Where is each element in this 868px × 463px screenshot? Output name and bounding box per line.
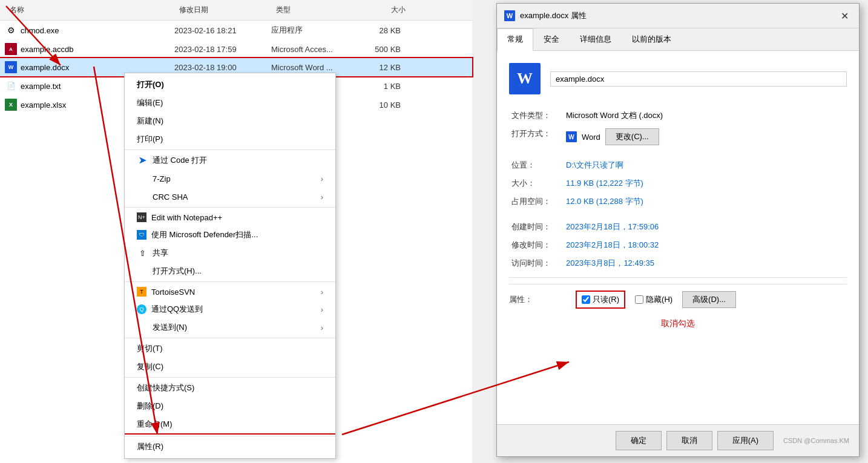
menu-item-label: 打开(O)	[137, 79, 164, 90]
menu-item-label: 重命名(M)	[137, 419, 173, 430]
properties-dialog: W example.docx 属性 ✕ 常规 安全 详细信息 以前的版本 W 文…	[496, 3, 860, 457]
readonly-checkbox[interactable]	[582, 295, 590, 304]
menu-item-label: 新建(N)	[137, 116, 163, 126]
readonly-label[interactable]: 只读(R)	[593, 294, 619, 305]
modified-value: 2023年2月18日，18:00:32	[564, 236, 847, 254]
attributes-label: 属性：	[509, 294, 564, 305]
menu-item-7zip[interactable]: 7-Zip ›	[125, 169, 335, 188]
col-header-date: 修改日期	[174, 2, 271, 18]
menu-item-label: 使用 Microsoft Defender扫描...	[151, 229, 258, 240]
menu-separator	[125, 338, 335, 338]
dialog-footer: 确定 取消 应用(A) CSDN @Commas.KM	[497, 424, 859, 456]
menu-item-crcsha[interactable]: CRC SHA ›	[125, 188, 335, 206]
location-label: 位置：	[509, 156, 564, 174]
menu-item-label: 打开方式(H)...	[153, 266, 202, 277]
qq-icon: Q	[137, 304, 146, 314]
tab-details[interactable]: 详细信息	[570, 28, 622, 50]
close-button[interactable]: ✕	[837, 8, 852, 23]
menu-item-new[interactable]: 新建(N)	[125, 112, 335, 130]
file-size: 500 KB	[357, 42, 406, 56]
accessed-label: 访问时间：	[509, 254, 564, 272]
created-value: 2023年2月18日，17:59:06	[564, 218, 847, 236]
submenu-arrow: ›	[321, 192, 323, 202]
file-type: Microsoft Acces...	[266, 42, 357, 56]
accessed-value: 2023年3月8日，12:49:35	[564, 254, 847, 272]
table-row[interactable]: A example.accdb 2023-02-18 17:59 Microso…	[0, 40, 472, 58]
created-label: 创建时间：	[509, 218, 564, 236]
menu-item-label: 打印(P)	[137, 134, 163, 145]
menu-item-label: 剪切(T)	[137, 343, 163, 354]
ok-button[interactable]: 确定	[616, 431, 662, 450]
menu-item-label: 发送到(N)	[153, 322, 187, 333]
file-size: 28 KB	[357, 24, 406, 38]
change-button[interactable]: 更改(C)...	[605, 128, 659, 145]
dialog-tabs: 常规 安全 详细信息 以前的版本	[497, 28, 859, 51]
apply-button[interactable]: 应用(A)	[717, 431, 774, 450]
menu-item-label: TortoiseSVN	[151, 287, 195, 297]
submenu-arrow: ›	[321, 174, 323, 183]
submenu-arrow: ›	[321, 305, 323, 314]
menu-item-openwith[interactable]: 打开方式(H)...	[125, 262, 335, 280]
file-size: 1 KB	[357, 79, 406, 93]
menu-item-open[interactable]: 打开(O)	[125, 76, 335, 94]
word-icon-large: W	[509, 63, 541, 94]
file-type: 应用程序	[266, 22, 357, 38]
filetype-value: Microsoft Word 文档 (.docx)	[564, 107, 847, 125]
table-row[interactable]: ⚙ chmod.exe 2023-02-16 18:21 应用程序 28 KB	[0, 21, 472, 40]
size-row: 大小： 11.9 KB (12,222 字节)	[509, 174, 847, 192]
hidden-checkbox[interactable]	[635, 295, 643, 304]
dialog-title-icon: W	[504, 10, 515, 21]
menu-item-notepad[interactable]: N+ Edit with Notepad++	[125, 209, 335, 226]
modified-label: 修改时间：	[509, 236, 564, 254]
file-name: example.xlsx	[21, 100, 66, 110]
file-date: 2023-02-18 17:59	[169, 42, 266, 56]
tab-security[interactable]: 安全	[533, 28, 570, 50]
menu-item-shortcut[interactable]: 创建快捷方式(S)	[125, 379, 335, 397]
sendto-icon	[137, 322, 148, 333]
menu-separator	[125, 281, 335, 282]
col-header-name: 名称	[5, 2, 174, 18]
menu-item-svn[interactable]: T TortoiseSVN ›	[125, 283, 335, 300]
submenu-arrow: ›	[321, 287, 323, 297]
menu-item-print[interactable]: 打印(P)	[125, 130, 335, 148]
menu-item-share[interactable]: ⇧ 共享	[125, 244, 335, 262]
size-on-disk-row: 占用空间： 12.0 KB (12,288 字节)	[509, 192, 847, 211]
word-icon: W	[5, 61, 17, 73]
menu-separator	[125, 436, 335, 436]
menu-item-edit[interactable]: 编辑(E)	[125, 94, 335, 112]
file-size: 12 KB	[357, 61, 406, 74]
cancel-button[interactable]: 取消	[666, 431, 712, 450]
menu-item-label: 属性(R)	[137, 441, 163, 452]
readonly-checkbox-container[interactable]: 只读(R)	[576, 291, 625, 309]
filetype-label: 文件类型：	[509, 107, 564, 125]
tab-previous-versions[interactable]: 以前的版本	[622, 28, 682, 50]
dialog-titlebar: W example.docx 属性 ✕	[497, 4, 859, 28]
hidden-label[interactable]: 隐藏(H)	[646, 294, 672, 305]
menu-item-code[interactable]: ➤ 通过 Code 打开	[125, 151, 335, 169]
menu-item-delete[interactable]: 删除(D)	[125, 397, 335, 415]
menu-item-label: 复制(C)	[137, 361, 163, 372]
menu-item-cut[interactable]: 剪切(T)	[125, 340, 335, 358]
explorer-header: 名称 修改日期 类型 大小	[0, 0, 472, 21]
menu-item-copy[interactable]: 复制(C)	[125, 358, 335, 376]
menu-item-defender[interactable]: 🛡 使用 Microsoft Defender扫描...	[125, 226, 335, 244]
checkbox-group: 只读(R) 隐藏(H) 高级(D)...	[576, 291, 736, 309]
tab-general[interactable]: 常规	[497, 28, 533, 51]
file-date: 2023-02-16 18:21	[169, 24, 266, 38]
context-menu: 打开(O) 编辑(E) 新建(N) 打印(P) ➤ 通过 Code 打开 7-Z…	[124, 73, 336, 459]
size-label: 大小：	[509, 174, 564, 192]
dialog-content: W 文件类型： Microsoft Word 文档 (.docx) 打开方式： …	[497, 51, 859, 424]
hidden-checkbox-container[interactable]: 隐藏(H)	[635, 294, 672, 305]
size-on-disk-label: 占用空间：	[509, 192, 564, 211]
menu-item-sendto[interactable]: 发送到(N) ›	[125, 318, 335, 337]
menu-item-rename[interactable]: 重命名(M)	[125, 415, 335, 435]
file-name: example.accdb	[21, 45, 73, 54]
menu-item-qq[interactable]: Q 通过QQ发送到 ›	[125, 300, 335, 318]
filename-input[interactable]	[550, 71, 847, 87]
open-app-name: Word	[582, 133, 600, 142]
advanced-button[interactable]: 高级(D)...	[682, 291, 736, 308]
menu-item-properties[interactable]: 属性(R)	[125, 438, 335, 456]
exe-icon: ⚙	[5, 24, 17, 36]
menu-item-label: 共享	[153, 248, 168, 258]
defender-icon: 🛡	[137, 230, 146, 240]
